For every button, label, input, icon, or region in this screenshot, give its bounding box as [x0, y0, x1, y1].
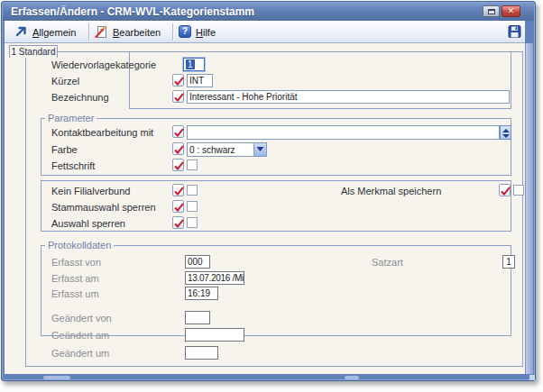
kein-filialverbund-checkbox[interactable]: [187, 185, 198, 196]
als-merkmal-speichern-checkbox[interactable]: [513, 185, 524, 196]
kontaktbearbeitung-label: Kontaktbearbeitung mit: [51, 127, 153, 138]
bezeichnung-label: Bezeichnung: [51, 92, 109, 103]
arrow-up-right-icon: [14, 25, 28, 38]
auswahl-sperren-label: Auswahl sperren: [51, 218, 125, 229]
erfasst-von-label: Erfasst von: [51, 257, 101, 268]
help-icon: ?: [179, 25, 191, 38]
field-check-icon[interactable]: [172, 74, 184, 87]
erfasst-um-input[interactable]: 16:19: [185, 287, 218, 300]
kontaktbearbeitung-input[interactable]: [187, 125, 500, 140]
toolbar-divider: [88, 23, 89, 41]
erfasst-von-input[interactable]: 000: [185, 255, 210, 269]
restore-icon: [488, 9, 495, 14]
kuerzel-input[interactable]: INT: [187, 74, 213, 87]
spinner-button[interactable]: [500, 125, 511, 140]
protokoll-group-title: Protokolldaten: [45, 240, 114, 251]
field-check-icon[interactable]: [172, 159, 184, 171]
toolbar: [5, 21, 525, 43]
fettschrift-checkbox[interactable]: [187, 160, 198, 170]
erfasst-um-label: Erfasst um: [51, 288, 99, 299]
farbe-selected-value: 0 : schwarz: [189, 145, 235, 155]
farbe-label: Farbe: [51, 144, 78, 155]
toolbar-item-allgemein-label: llgemein: [39, 27, 76, 38]
erfasst-am-label: Erfasst am: [51, 273, 99, 284]
toolbar-divider: [172, 23, 173, 41]
erfasst-am-input[interactable]: 13.07.2016 /Mi: [185, 271, 244, 285]
field-check-icon[interactable]: [172, 200, 184, 213]
field-check-icon[interactable]: [172, 90, 184, 103]
close-button[interactable]: ✕: [502, 5, 520, 17]
auswahl-sperren-checkbox[interactable]: [187, 217, 198, 228]
geaendert-von-input[interactable]: [185, 311, 210, 324]
toolbar-item-bearbeiten-label: earbeiten: [119, 27, 161, 38]
toolbar-item-hilfe-mnemonic: H: [196, 27, 203, 38]
toolbar-item-allgemein[interactable]: Allgemein: [32, 27, 76, 38]
satzart-input[interactable]: 1: [502, 255, 515, 269]
edit-note-icon: [95, 25, 108, 39]
field-check-icon[interactable]: [499, 184, 511, 196]
als-merkmal-speichern-label: Als Merkmal speichern: [341, 186, 441, 196]
geaendert-von-label: Geändert von: [51, 313, 112, 324]
geaendert-um-input[interactable]: [185, 346, 218, 360]
restore-button[interactable]: [483, 5, 500, 17]
save-icon[interactable]: [507, 24, 522, 39]
field-check-icon[interactable]: [172, 125, 184, 138]
field-check-icon[interactable]: [172, 216, 184, 229]
geaendert-um-label: Geändert um: [51, 348, 109, 359]
kuerzel-label: Kürzel: [51, 76, 79, 87]
selected-text: 1: [186, 59, 195, 69]
toolbar-item-hilfe[interactable]: Hilfe: [196, 27, 216, 38]
right-border-strip: [525, 43, 533, 374]
toolbar-item-hilfe-label: ilfe: [203, 27, 216, 38]
satzart-label: Satzart: [372, 257, 403, 268]
window-title: Erfassen/Ändern - CRM-WVL-Kategorienstam…: [11, 5, 254, 18]
chevron-down-icon: [256, 146, 264, 152]
dropdown-button[interactable]: [253, 143, 266, 156]
resize-grip[interactable]: [43, 376, 70, 379]
up-down-arrows-icon: [502, 129, 510, 138]
stammauswahl-sperren-checkbox[interactable]: [187, 201, 198, 212]
toolbar-item-bearbeiten[interactable]: Bearbeiten: [113, 27, 161, 38]
kein-filialverbund-label: Kein Filialverbund: [51, 186, 130, 196]
geaendert-am-label: Geändert am: [51, 330, 109, 341]
wiedervorlagekategorie-input[interactable]: 1: [183, 58, 205, 71]
stammauswahl-sperren-label: Stammauswahl sperren: [51, 202, 156, 213]
wiedervorlagekategorie-label: Wiedervorlagekategorie: [51, 59, 156, 70]
parameter-group-title: Parameter: [45, 113, 97, 123]
fettschrift-label: Fettschrift: [51, 160, 95, 171]
resize-grip[interactable]: [345, 376, 359, 379]
screen: Erfassen/Ändern - CRM-WVL-Kategorienstam…: [0, 0, 543, 392]
farbe-select[interactable]: 0 : schwarz: [187, 142, 267, 157]
field-check-icon[interactable]: [172, 184, 184, 196]
tab-standard[interactable]: 1 Standard: [9, 45, 58, 58]
bezeichnung-input[interactable]: Interessant - Hohe Priorität: [187, 90, 510, 104]
resize-corner-grip[interactable]: [529, 375, 535, 380]
geaendert-am-input[interactable]: [185, 328, 244, 342]
field-check-icon[interactable]: [172, 142, 184, 155]
